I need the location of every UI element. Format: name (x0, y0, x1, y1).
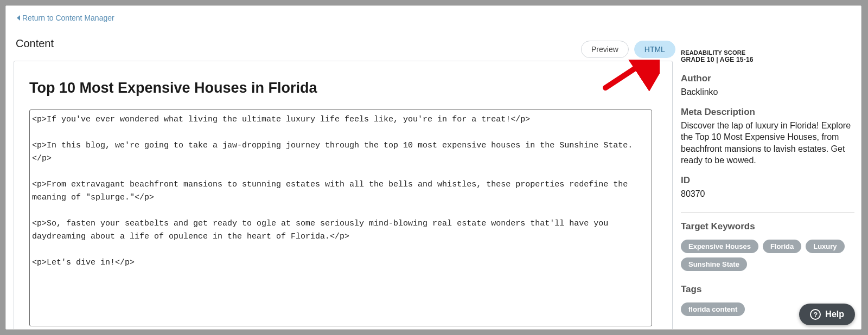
readability-label: READABILITY SCORE (681, 49, 854, 56)
view-toggle: Preview HTML (581, 41, 675, 58)
keyword-chip[interactable]: Luxury (806, 240, 844, 253)
id-value: 80370 (681, 188, 854, 200)
id-label: ID (681, 175, 854, 186)
keyword-chip[interactable]: Expensive Houses (681, 240, 758, 253)
sidebar: READABILITY SCORE GRADE 10 | AGE 15-16 A… (681, 49, 854, 316)
html-source-textarea[interactable] (29, 109, 652, 326)
html-button[interactable]: HTML (634, 41, 675, 58)
readability-value: GRADE 10 | AGE 15-16 (681, 56, 854, 63)
app-frame: Return to Content Manager Content Top 10… (5, 5, 861, 330)
meta-description-value: Discover the lap of luxury in Florida! E… (681, 120, 854, 166)
tag-chip[interactable]: florida content (681, 302, 745, 316)
sidebar-divider (681, 212, 854, 212)
help-button[interactable]: ? Help (799, 304, 855, 325)
author-label: Author (681, 73, 854, 84)
tags-label: Tags (681, 284, 854, 295)
content-heading: Content (16, 37, 673, 50)
return-link[interactable]: Return to Content Manager (17, 14, 114, 22)
return-link-label: Return to Content Manager (22, 14, 114, 22)
editor-panel: Top 10 Most Expensive Houses in Florida (14, 61, 673, 330)
help-icon: ? (810, 309, 821, 320)
article-title: Top 10 Most Expensive Houses in Florida (29, 80, 657, 96)
chevron-left-icon (17, 15, 20, 21)
keyword-chip[interactable]: Florida (763, 240, 801, 253)
keyword-chip[interactable]: Sunshine State (681, 257, 747, 271)
keywords-chips: Expensive Houses Florida Luxury Sunshine… (681, 240, 854, 271)
author-value: Backlinko (681, 86, 854, 98)
help-label: Help (825, 310, 844, 319)
preview-button[interactable]: Preview (581, 41, 629, 58)
meta-description-label: Meta Description (681, 107, 854, 118)
main-column: Content Top 10 Most Expensive Houses in … (14, 37, 673, 330)
target-keywords-label: Target Keywords (681, 221, 854, 232)
